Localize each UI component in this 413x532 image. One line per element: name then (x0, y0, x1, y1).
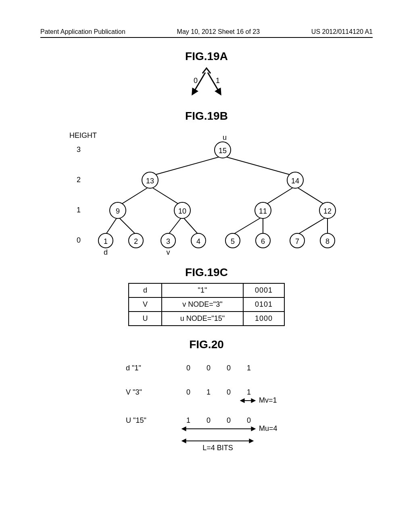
table-row: U u NODE="15" 1000 (129, 312, 284, 326)
node-14: 14 (291, 177, 299, 185)
svg-line-11 (182, 216, 198, 235)
fig19c-title: FIG.19C (40, 266, 373, 279)
cell: "1" (162, 283, 243, 297)
svg-line-12 (233, 216, 263, 235)
node-15: 15 (219, 147, 227, 155)
fig20-u-label: U "15" (126, 416, 146, 424)
header-left: Patent Application Publication (40, 28, 125, 35)
bit: 0 (227, 416, 231, 424)
bit: 1 (247, 388, 251, 396)
svg-line-5 (150, 186, 182, 206)
cell: 0001 (243, 283, 284, 297)
cell: 1000 (243, 312, 284, 326)
cell: d (129, 283, 162, 297)
node-4: 4 (196, 237, 200, 245)
node-8: 8 (325, 237, 330, 245)
svg-line-9 (118, 216, 136, 235)
svg-line-7 (295, 186, 327, 206)
fig19a-left-label: 0 (194, 77, 198, 85)
svg-line-4 (118, 186, 150, 206)
height-3: 3 (77, 145, 81, 154)
bit: 1 (186, 416, 190, 424)
node-5: 5 (231, 237, 235, 245)
v-label: v (167, 248, 170, 256)
header-right: US 2012/0114120 A1 (311, 28, 373, 35)
cell: V (129, 297, 162, 312)
fig19c-table: d "1" 0001 V v NODE="3" 0101 U u NODE="1… (128, 283, 285, 326)
height-1: 1 (77, 206, 81, 214)
cell: v NODE="3" (162, 297, 243, 312)
svg-line-10 (168, 216, 182, 235)
node-1: 1 (104, 237, 108, 245)
height-label: HEIGHT (69, 131, 97, 139)
fig19b-title: FIG.19B (40, 110, 373, 123)
cell: 0101 (243, 297, 284, 312)
node-6: 6 (261, 237, 265, 245)
mu-label: Mu=4 (259, 424, 277, 432)
fig20-d-label: d "1" (126, 364, 141, 372)
svg-line-2 (150, 156, 223, 176)
page: Patent Application Publication May 10, 2… (0, 0, 413, 475)
fig19a-right-label: 1 (216, 77, 220, 85)
d-label: d (104, 248, 108, 256)
node-2: 2 (134, 237, 138, 245)
mv-label: Mv=1 (259, 396, 277, 404)
bit: 0 (206, 364, 211, 372)
node-7: 7 (295, 237, 299, 245)
bit: 0 (227, 388, 231, 396)
bit: 1 (247, 364, 251, 372)
page-header: Patent Application Publication May 10, 2… (40, 28, 373, 38)
fig19b-tree: HEIGHT 3 2 1 0 u (53, 126, 360, 259)
fig20-v-label: V "3" (126, 388, 142, 396)
bit: 0 (247, 416, 251, 424)
fig20-diagram: d "1" 0 0 0 1 V "3" 0 1 0 1 Mv=1 U "15" … (94, 354, 319, 459)
svg-line-3 (223, 156, 295, 176)
cell: U (129, 312, 162, 326)
bit: 0 (227, 364, 231, 372)
bit: 0 (186, 388, 190, 396)
svg-line-14 (297, 216, 327, 235)
node-11: 11 (259, 207, 267, 215)
header-center: May 10, 2012 Sheet 16 of 23 (177, 28, 260, 35)
fig20-title: FIG.20 (40, 338, 373, 351)
node-12: 12 (323, 207, 332, 215)
fig19a-diagram: 0 1 (174, 66, 239, 102)
bit: 1 (206, 388, 211, 396)
bit: 0 (186, 364, 190, 372)
svg-line-6 (263, 186, 295, 206)
height-0: 0 (77, 236, 81, 244)
height-2: 2 (77, 176, 81, 184)
node-9: 9 (116, 207, 120, 215)
node-13: 13 (146, 177, 154, 185)
svg-line-8 (106, 216, 118, 235)
bit: 0 (206, 416, 211, 424)
cell: u NODE="15" (162, 312, 243, 326)
node-3: 3 (166, 237, 170, 245)
u-label: u (223, 133, 227, 141)
node-10: 10 (178, 207, 186, 215)
table-row: d "1" 0001 (129, 283, 284, 297)
table-row: V v NODE="3" 0101 (129, 297, 284, 312)
fig19a-title: FIG.19A (40, 50, 373, 63)
l-label: L=4 BITS (202, 444, 233, 452)
